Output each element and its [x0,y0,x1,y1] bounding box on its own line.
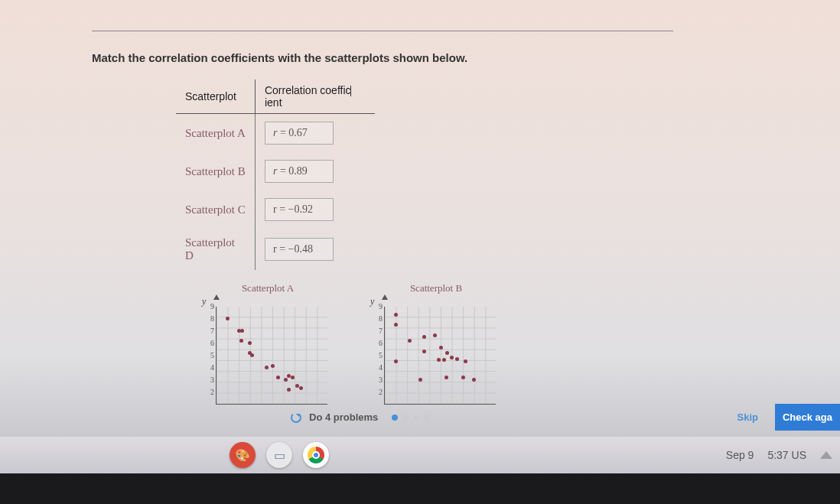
axis-arrow-icon [382,294,388,300]
scatterplot-b-title: Scatterplot B [367,282,505,294]
refresh-icon[interactable] [291,412,301,423]
coefficient-input[interactable]: r = −0.48 [265,238,334,261]
progress-dots [392,415,430,421]
exercise-footer: Do 4 problems Skip Check aga [0,411,840,423]
reader-icon[interactable]: ▭ [266,442,292,468]
coefficient-input[interactable]: r = 0.67 [265,122,334,145]
table-row: Scatterplot D r = −0.48 [176,229,375,270]
coefficient-input[interactable]: r = −0.92 [265,198,334,221]
do-problems-label: Do 4 problems [309,411,378,423]
row-label: Scatterplot D [176,229,255,270]
question-prompt: Match the correlation coefficients with … [92,51,794,64]
wifi-icon[interactable] [820,451,832,459]
table-row: Scatterplot A r = 0.67 [176,114,375,153]
y-axis-label: y [202,296,206,307]
taskbar-time[interactable]: 5:37 US [767,449,806,461]
table-header-coefficient: Correlation coefficient [255,80,375,114]
row-label: Scatterplot B [176,152,255,190]
section-divider [92,31,673,31]
y-axis-label: y [370,296,374,307]
taskbar-date[interactable]: Sep 9 [726,449,754,461]
scatterplot-a-title: Scatterplot A [199,282,337,294]
text-cursor-icon [350,86,351,96]
row-label: Scatterplot A [176,114,255,153]
row-label: Scatterplot C [176,190,255,229]
check-again-button[interactable]: Check aga [775,404,840,431]
chrome-icon[interactable] [303,442,329,468]
correlation-table: Scatterplot Correlation coefficient Scat… [176,80,375,270]
screen-bezel [0,473,840,504]
os-taskbar: 🎨 ▭ Sep 9 5:37 US [0,437,840,473]
scatterplot-b: y 23456789 [367,298,497,405]
scatterplot-a: y 23456789 [199,298,329,405]
table-header-scatterplot: Scatterplot [176,80,255,114]
table-row: Scatterplot C r = −0.92 [176,190,375,229]
table-row: Scatterplot B r = 0.89 [176,152,375,190]
palette-icon[interactable]: 🎨 [230,442,256,468]
axis-arrow-icon [213,294,220,300]
skip-button[interactable]: Skip [726,404,768,431]
coefficient-input[interactable]: r = 0.89 [265,160,334,183]
